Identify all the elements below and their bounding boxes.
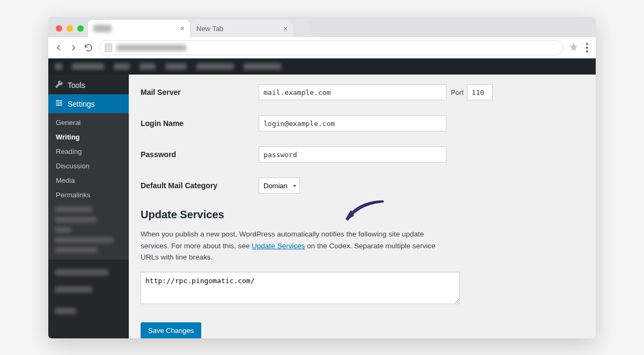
settings-writing-page: Mail Server Port Login Name Password Def… [129, 75, 596, 338]
forward-button[interactable] [69, 43, 78, 53]
input-port[interactable] [467, 84, 493, 100]
wrench-icon [55, 80, 63, 90]
menu-button[interactable] [584, 43, 590, 53]
input-mail-server[interactable] [259, 84, 447, 100]
adminbar-item-blurred [165, 63, 187, 70]
browser-window: × New Tab × [48, 17, 596, 338]
back-button[interactable] [54, 43, 63, 53]
label-mail-server: Mail Server [141, 88, 259, 97]
browser-tab-active[interactable]: × [88, 20, 190, 37]
tab-close-icon[interactable]: × [180, 24, 185, 33]
sidebar-item-blurred [55, 286, 92, 293]
wp-body: Tools Settings General Writing Reading D… [48, 75, 596, 338]
row-password: Password [141, 146, 584, 162]
wp-sidebar: Tools Settings General Writing Reading D… [48, 75, 129, 338]
sidebar-item-tools[interactable]: Tools [48, 76, 129, 94]
browser-tab-new[interactable]: New Tab × [191, 20, 293, 37]
sidebar-item-label: Tools [68, 81, 85, 90]
select-default-mail-category[interactable]: Domian [259, 178, 300, 194]
label-default-mail-category: Default Mail Category [141, 181, 259, 190]
sidebar-item-blurred [55, 308, 76, 314]
adminbar-item-blurred [244, 63, 281, 70]
address-bar[interactable] [99, 40, 564, 55]
svg-point-0 [56, 100, 58, 102]
subitem-permalinks[interactable]: Permalinks [48, 188, 129, 202]
minimize-window-button[interactable] [67, 25, 73, 32]
label-port: Port [451, 88, 464, 97]
link-update-services[interactable]: Update Services [252, 242, 305, 250]
tab-close-icon[interactable]: × [283, 24, 288, 33]
sidebar-item-blurred [55, 269, 108, 276]
svg-point-2 [57, 105, 59, 106]
adminbar-item-blurred [196, 63, 234, 70]
input-login-name[interactable] [259, 115, 447, 131]
adminbar-item-blurred [72, 63, 104, 70]
adminbar-item-blurred [55, 63, 62, 70]
sidebar-item-label: Settings [68, 100, 95, 108]
browser-tabbar: × New Tab × [48, 17, 596, 37]
svg-point-1 [60, 102, 62, 104]
subitem-discussion[interactable]: Discussion [48, 159, 129, 173]
wp-adminbar [48, 58, 596, 75]
subitem-blurred [55, 237, 114, 243]
heading-update-services: Update Services [141, 209, 584, 221]
textarea-update-services[interactable]: http://rpc.pingomatic.com/ [141, 272, 460, 304]
row-default-mail-category: Default Mail Category Domian [141, 178, 584, 194]
sliders-icon [55, 99, 63, 109]
close-window-button[interactable] [56, 25, 62, 32]
window-controls [53, 25, 88, 37]
subitem-blurred [55, 217, 97, 223]
subitem-blurred [55, 227, 71, 233]
sidebar-item-settings[interactable]: Settings [48, 94, 129, 113]
row-login-name: Login Name [141, 115, 584, 131]
label-login-name: Login Name [141, 119, 259, 128]
subitem-general[interactable]: General [48, 115, 129, 130]
reload-button[interactable] [84, 43, 93, 53]
adminbar-item-blurred [114, 63, 130, 70]
input-password[interactable] [259, 146, 447, 162]
save-changes-button[interactable]: Save Changes [141, 322, 201, 338]
label-password: Password [141, 150, 259, 159]
maximize-window-button[interactable] [77, 25, 84, 32]
row-mail-server: Mail Server Port [141, 84, 584, 100]
tab-label: New Tab [196, 25, 223, 33]
update-services-description: When you publish a new post, WordPress a… [141, 228, 452, 263]
adminbar-item-blurred [140, 63, 156, 70]
tab-title-blurred [93, 25, 112, 32]
url-blurred [116, 45, 186, 51]
subitem-reading[interactable]: Reading [48, 144, 129, 159]
wp-admin: Tools Settings General Writing Reading D… [48, 58, 596, 338]
browser-toolbar [48, 37, 596, 58]
subitem-media[interactable]: Media [48, 173, 129, 188]
page-icon [105, 43, 112, 52]
subitem-blurred [55, 206, 92, 212]
bookmark-icon[interactable] [569, 42, 579, 54]
settings-submenu: General Writing Reading Discussion Media… [48, 113, 129, 260]
subitem-writing[interactable]: Writing [48, 130, 129, 144]
new-tab-button[interactable] [290, 20, 314, 37]
subitem-blurred [55, 247, 98, 253]
